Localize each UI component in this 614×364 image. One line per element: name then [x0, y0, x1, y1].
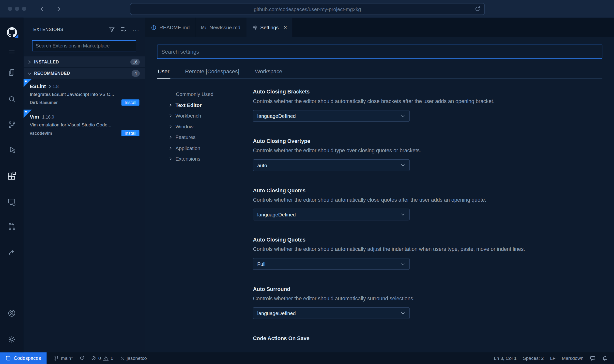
install-button[interactable]: Install	[121, 99, 139, 106]
extension-author: vscodevim	[30, 131, 121, 136]
chevron-down-icon	[400, 310, 406, 316]
scope-tab-remote-codespaces[interactable]: Remote [Codespaces]	[184, 65, 240, 79]
markdown-icon: M↓	[201, 25, 207, 30]
settings-editor: User Remote [Codespaces] Workspace Commo…	[145, 37, 614, 352]
toc-item-window[interactable]: Window	[157, 121, 253, 132]
window-close-button[interactable]	[8, 7, 12, 11]
chevron-down-icon	[400, 163, 406, 168]
setting-row: Auto Closing Quotes Controls whether the…	[253, 187, 602, 220]
cursor-position-status[interactable]: Ln 3, Col 1	[491, 352, 520, 364]
settings-search-input[interactable]	[157, 48, 602, 55]
tab-readme[interactable]: README.md	[145, 18, 196, 37]
branch-status[interactable]: main*	[50, 352, 76, 364]
clear-search-results-icon[interactable]	[120, 26, 127, 33]
codespaces-icon	[5, 355, 11, 361]
setting-title: Auto Closing Brackets	[253, 89, 602, 95]
setting-description: Controls whether the editor should autom…	[253, 197, 602, 203]
person-icon	[120, 356, 125, 361]
tab-newissue[interactable]: M↓ NewIssue.md	[196, 18, 246, 37]
refresh-icon[interactable]	[474, 5, 481, 12]
extensions-search-input[interactable]	[32, 43, 136, 48]
setting-select[interactable]: auto	[253, 159, 410, 171]
extensions-icon[interactable]	[0, 170, 24, 182]
search-icon[interactable]	[0, 93, 24, 105]
share-icon[interactable]	[0, 246, 24, 258]
install-button[interactable]: Install	[121, 130, 139, 136]
filter-icon[interactable]	[108, 26, 115, 33]
window-minimize-button[interactable]	[15, 7, 19, 11]
setting-select[interactable]: languageDefined	[253, 209, 410, 220]
back-button[interactable]	[37, 5, 47, 13]
menu-icon[interactable]	[0, 46, 24, 58]
settings-search-box	[157, 45, 602, 59]
close-icon[interactable]: ×	[284, 24, 287, 30]
language-status[interactable]: Markdown	[559, 352, 587, 364]
scope-tab-workspace[interactable]: Workspace	[254, 65, 283, 79]
setting-title: Code Actions On Save	[253, 335, 602, 341]
run-debug-icon[interactable]	[0, 144, 24, 155]
browser-window: github.com/codespaces/user-my-project-mg…	[0, 0, 614, 364]
section-label: INSTALLED	[34, 60, 130, 64]
tab-bar: README.md M↓ NewIssue.md Settings ×	[145, 18, 614, 37]
back-chevron-icon	[39, 5, 46, 13]
section-recommended[interactable]: RECOMMENDED 4	[24, 68, 145, 79]
remote-explorer-icon[interactable]	[0, 196, 24, 208]
chevron-down-icon	[400, 212, 406, 217]
setting-select[interactable]: Full	[253, 258, 410, 270]
more-actions-icon[interactable]: ···	[132, 26, 139, 33]
codespaces-button[interactable]: Codespaces	[0, 352, 46, 364]
sidebar-header: EXTENSIONS ···	[24, 22, 145, 36]
status-bar-right: Ln 3, Col 1 Spaces: 2 LF Markdown	[491, 352, 614, 364]
forward-button[interactable]	[53, 5, 63, 13]
extension-item-vim[interactable]: ★ Vim 1.16.0 Vim emulation for Visual St…	[24, 110, 145, 140]
setting-row: Auto Closing Quotes Controls whether the…	[253, 237, 602, 270]
eol-status[interactable]: LF	[547, 352, 559, 364]
sync-icon	[79, 355, 85, 361]
branch-icon	[53, 355, 59, 361]
star-icon: ★	[24, 79, 28, 83]
tab-settings[interactable]: Settings ×	[246, 18, 293, 37]
settings-scope-tabs: User Remote [Codespaces] Workspace	[157, 65, 602, 79]
extension-name: ESLint	[30, 83, 46, 89]
github-logo-icon[interactable]	[0, 26, 24, 38]
extension-version: 1.16.0	[42, 115, 54, 119]
source-control-icon[interactable]	[0, 119, 24, 130]
toc-item-extensions[interactable]: Extensions	[157, 153, 253, 164]
info-icon	[151, 24, 157, 30]
forward-chevron-icon	[55, 5, 62, 13]
tab-label: README.md	[159, 24, 190, 30]
account-icon[interactable]	[0, 307, 24, 319]
indentation-status[interactable]: Spaces: 2	[520, 352, 547, 364]
section-installed[interactable]: INSTALLED 16	[24, 56, 145, 67]
extension-item-eslint[interactable]: ★ ESLint 2.1.8 Integrates ESLint JavaScr…	[24, 79, 145, 110]
toc-item-text-editor[interactable]: Text Editor	[157, 100, 253, 110]
url-bar[interactable]: github.com/codespaces/user-my-project-mg…	[130, 3, 485, 15]
section-count-badge: 16	[131, 59, 140, 65]
settings-gear-icon[interactable]	[0, 334, 24, 345]
section-count-badge: 4	[132, 70, 140, 76]
chevron-right-icon	[27, 59, 32, 65]
scope-tab-user[interactable]: User	[157, 65, 170, 79]
setting-select[interactable]: languageDefined	[253, 307, 410, 319]
toc-item-features[interactable]: Features	[157, 132, 253, 143]
toc-item-application[interactable]: Application	[157, 143, 253, 153]
window-zoom-button[interactable]	[22, 7, 26, 11]
explorer-icon[interactable]	[0, 67, 24, 78]
chevron-right-icon	[168, 124, 173, 129]
extensions-sidebar: EXTENSIONS ··· INSTALLED	[24, 18, 145, 352]
setting-description: Controls whether the editor should autom…	[253, 98, 602, 104]
select-value: Full	[257, 261, 265, 267]
feedback-icon[interactable]	[587, 352, 599, 364]
remote-user-status[interactable]: jasonetco	[117, 352, 150, 364]
sync-status[interactable]	[76, 352, 88, 364]
notifications-bell-icon[interactable]	[599, 352, 611, 364]
setting-select[interactable]: languageDefined	[253, 110, 410, 122]
setting-title: Auto Closing Overtype	[253, 138, 602, 144]
toc-item-workbench[interactable]: Workbench	[157, 110, 253, 121]
problems-status[interactable]: 0 0	[88, 352, 117, 364]
activity-bar	[0, 18, 24, 352]
pull-request-icon[interactable]	[0, 220, 24, 232]
chevron-right-icon	[168, 103, 173, 108]
toc-item-commonly-used[interactable]: Commonly Used	[157, 89, 253, 100]
chevron-right-icon	[168, 113, 173, 118]
